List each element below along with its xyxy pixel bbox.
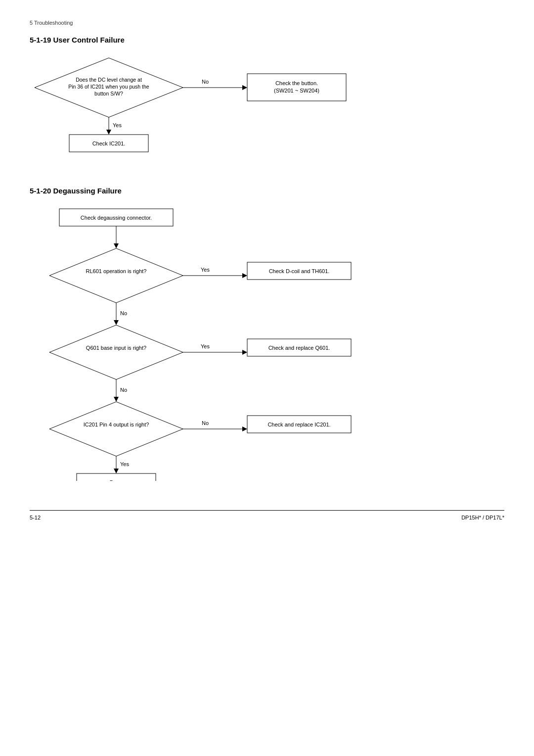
svg-marker-29 [49,325,183,379]
footer-left: 5-12 [30,515,41,520]
flowchart-19: Does the DC level change at Pin 36 of IC… [30,53,504,162]
footer-right: DP15H* / DP17L* [461,515,504,520]
svg-text:Does the DC level change at: Does the DC level change at [76,77,142,83]
svg-text:Yes: Yes [201,343,210,349]
svg-text:Check degaussing connector.: Check degaussing connector. [81,215,152,221]
svg-text:No: No [202,420,209,426]
svg-text:Done: Done [110,479,123,481]
svg-text:RL601 operation is right?: RL601 operation is right? [86,268,147,274]
svg-marker-11 [106,130,111,135]
svg-marker-32 [242,350,247,355]
svg-text:Yes: Yes [201,267,210,273]
svg-text:Yes: Yes [113,122,122,128]
svg-marker-5 [242,85,247,90]
svg-text:Check and replace IC201.: Check and replace IC201. [267,422,330,427]
svg-text:Check and replace Q601.: Check and replace Q601. [268,345,330,351]
svg-text:Pin 36 of IC201 when you push : Pin 36 of IC201 when you push the [68,84,149,90]
svg-marker-42 [242,426,247,431]
svg-marker-27 [114,320,119,325]
section-19: 5-1-19 User Control Failure Does the DC … [30,36,504,162]
svg-marker-22 [242,273,247,278]
flowchart-19-svg: Does the DC level change at Pin 36 of IC… [30,53,400,162]
svg-text:No: No [120,387,127,393]
section-20-title: 5-1-20 Degaussing Failure [30,187,504,195]
svg-marker-39 [49,402,183,456]
svg-marker-19 [49,248,183,303]
svg-text:button S/W?: button S/W? [94,91,123,96]
svg-marker-37 [114,397,119,402]
svg-text:IC201 Pin 4 output is right?: IC201 Pin 4 output is right? [84,422,149,427]
svg-marker-18 [114,243,119,248]
svg-text:(SW201 ~ SW204): (SW201 ~ SW204) [274,88,319,94]
page: 5 Troubleshooting 5-1-19 User Control Fa… [0,0,534,535]
section-19-title: 5-1-19 User Control Failure [30,36,504,44]
svg-text:Check D-coil and TH601.: Check D-coil and TH601. [269,268,330,274]
svg-text:No: No [202,79,209,85]
page-footer: 5-12 DP15H* / DP17L* [30,510,504,520]
breadcrumb: 5 Troubleshooting [30,20,504,26]
svg-text:Yes: Yes [120,461,129,467]
svg-text:Q601 base input is right?: Q601 base input is right? [86,345,146,351]
section-20: 5-1-20 Degaussing Failure Check degaussi… [30,187,504,481]
flowchart-20-svg: Check degaussing connector. RL601 operat… [30,204,415,481]
svg-marker-47 [114,469,119,473]
svg-text:Check the button.: Check the button. [275,80,318,86]
flowchart-20: Check degaussing connector. RL601 operat… [30,204,504,481]
svg-text:No: No [120,310,127,316]
svg-text:Check IC201.: Check IC201. [92,141,126,146]
